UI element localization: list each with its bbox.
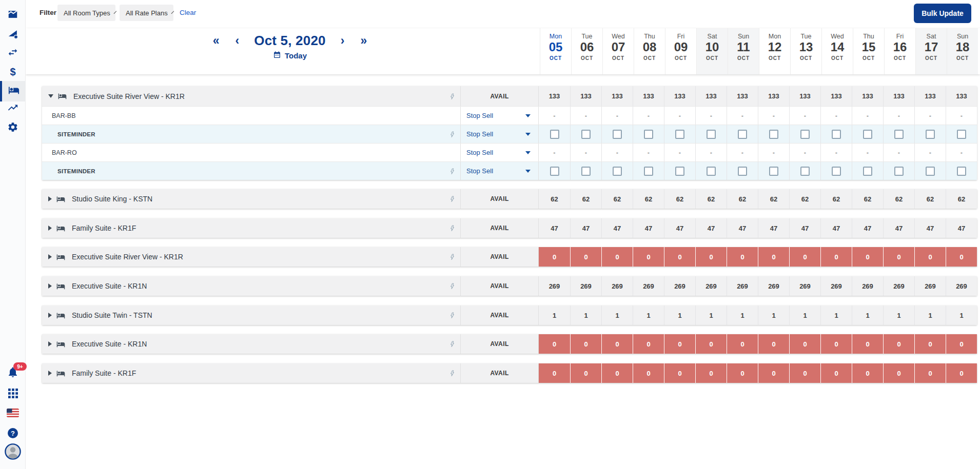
prev-day-icon[interactable]: ‹ xyxy=(234,35,241,47)
stop-sell-checkbox[interactable] xyxy=(769,130,778,139)
stop-sell-checkbox[interactable] xyxy=(926,130,935,139)
stop-sell-checkbox[interactable] xyxy=(581,167,591,176)
stop-sell-checkbox[interactable] xyxy=(707,167,716,176)
stop-sell-cell[interactable] xyxy=(820,125,852,143)
bulk-update-button[interactable]: Bulk Update xyxy=(914,4,971,23)
sidebar-item-settings-gear[interactable] xyxy=(0,119,26,137)
collapse-caret-icon[interactable] xyxy=(48,94,53,98)
stop-sell-checkbox[interactable] xyxy=(707,130,716,139)
stop-sell-cell[interactable] xyxy=(946,162,977,180)
stop-sell-checkbox[interactable] xyxy=(926,167,935,176)
stop-sell-dropdown[interactable]: Stop Sell xyxy=(460,107,539,125)
stop-sell-cell[interactable] xyxy=(883,125,914,143)
sidebar-item-apps-grid[interactable] xyxy=(0,385,26,403)
stop-sell-cell[interactable] xyxy=(727,162,758,180)
availability-cell: 47 xyxy=(570,218,601,238)
sidebar-item-bell[interactable]: 9+ xyxy=(0,364,26,382)
stop-sell-checkbox[interactable] xyxy=(832,167,841,176)
expand-caret-icon[interactable] xyxy=(48,341,52,346)
stop-sell-cell[interactable] xyxy=(758,125,789,143)
room-types-dropdown[interactable]: All Room Types xyxy=(57,5,115,21)
room-type-card: Studio Suite Twin - TSTNAVAIL11111111111… xyxy=(42,305,977,325)
stop-sell-dropdown[interactable]: Stop Sell xyxy=(460,162,539,180)
availability-cell: 62 xyxy=(914,189,946,209)
stop-sell-cell[interactable] xyxy=(946,125,977,143)
first-page-icon[interactable]: « xyxy=(212,35,221,47)
stop-sell-checkbox[interactable] xyxy=(957,130,966,139)
empty-value-dash: - xyxy=(929,149,931,156)
stop-sell-cell[interactable] xyxy=(789,125,820,143)
stop-sell-checkbox[interactable] xyxy=(894,130,904,139)
stop-sell-checkbox[interactable] xyxy=(863,130,872,139)
chevron-down-icon xyxy=(171,11,174,14)
stop-sell-cell[interactable] xyxy=(633,162,664,180)
expand-caret-icon[interactable] xyxy=(48,371,52,376)
stop-sell-checkbox[interactable] xyxy=(800,130,810,139)
stop-sell-checkbox[interactable] xyxy=(550,167,559,176)
sidebar-item-us-flag[interactable] xyxy=(0,404,26,423)
stop-sell-cell[interactable] xyxy=(570,162,601,180)
stop-sell-dropdown[interactable]: Stop Sell xyxy=(460,125,539,143)
sidebar-item-avatar[interactable] xyxy=(0,443,26,462)
last-page-icon[interactable]: » xyxy=(359,35,368,47)
stop-sell-checkbox[interactable] xyxy=(738,167,747,176)
stop-sell-checkbox[interactable] xyxy=(957,167,966,176)
expand-caret-icon[interactable] xyxy=(48,196,52,201)
sidebar-item-area-chart[interactable] xyxy=(0,6,26,25)
stop-sell-checkbox[interactable] xyxy=(613,130,622,139)
stop-sell-cell[interactable] xyxy=(820,162,852,180)
stop-sell-cell[interactable] xyxy=(852,125,883,143)
stop-sell-cell[interactable] xyxy=(852,162,883,180)
stop-sell-checkbox[interactable] xyxy=(894,167,904,176)
next-day-icon[interactable]: › xyxy=(340,35,346,47)
stop-sell-cell[interactable] xyxy=(633,125,664,143)
stop-sell-cell[interactable] xyxy=(570,125,601,143)
stop-sell-dropdown[interactable]: Stop Sell xyxy=(460,144,539,161)
rate-plans-dropdown[interactable]: All Rate Plans xyxy=(120,5,173,21)
stop-sell-cell[interactable] xyxy=(789,162,820,180)
stop-sell-checkbox[interactable] xyxy=(832,130,841,139)
today-button[interactable]: Today xyxy=(174,51,405,60)
clear-filters-link[interactable]: Clear xyxy=(180,9,196,16)
stop-sell-checkbox[interactable] xyxy=(769,167,778,176)
availability-cell: 269 xyxy=(727,276,758,296)
stop-sell-checkbox[interactable] xyxy=(581,130,591,139)
stop-sell-cell[interactable] xyxy=(664,162,695,180)
stop-sell-cell[interactable] xyxy=(601,125,633,143)
stop-sell-checkbox[interactable] xyxy=(644,167,653,176)
expand-caret-icon[interactable] xyxy=(48,226,52,231)
stop-sell-cell[interactable] xyxy=(914,162,946,180)
stop-sell-cell[interactable] xyxy=(695,162,727,180)
stop-sell-checkbox[interactable] xyxy=(738,130,747,139)
stop-sell-cell[interactable] xyxy=(601,162,633,180)
stop-sell-cell[interactable] xyxy=(727,125,758,143)
sidebar-item-swap-horizontal[interactable] xyxy=(0,44,26,63)
expand-caret-icon[interactable] xyxy=(48,254,52,259)
stop-sell-cell[interactable] xyxy=(664,125,695,143)
stop-sell-checkbox[interactable] xyxy=(644,130,653,139)
sidebar-item-help[interactable]: ? xyxy=(0,425,26,443)
empty-value-dash: - xyxy=(804,112,806,119)
stop-sell-checkbox[interactable] xyxy=(550,130,559,139)
stop-sell-cell[interactable] xyxy=(539,125,570,143)
room-type-card: Executive Suite - KR1NAVAIL0000000000000… xyxy=(42,334,977,354)
room-type-name: Executive Suite River View - KR1R xyxy=(73,92,185,100)
sidebar-item-trending-up[interactable] xyxy=(0,99,26,118)
stop-sell-label: Stop Sell xyxy=(466,112,493,119)
stop-sell-cell[interactable] xyxy=(914,125,946,143)
stop-sell-cell[interactable] xyxy=(758,162,789,180)
stop-sell-cell[interactable] xyxy=(695,125,727,143)
stop-sell-cell[interactable] xyxy=(883,162,914,180)
sidebar-item-dollar[interactable]: $ xyxy=(0,63,26,81)
stop-sell-cell[interactable] xyxy=(539,162,570,180)
stop-sell-checkbox[interactable] xyxy=(863,167,872,176)
stop-sell-checkbox[interactable] xyxy=(800,167,810,176)
availability-cell: 133 xyxy=(539,86,570,106)
expand-caret-icon[interactable] xyxy=(48,313,52,318)
sidebar-item-rooms-bed[interactable] xyxy=(0,81,26,101)
stop-sell-checkbox[interactable] xyxy=(675,167,684,176)
expand-caret-icon[interactable] xyxy=(48,283,52,289)
stop-sell-checkbox[interactable] xyxy=(613,167,622,176)
stop-sell-checkbox[interactable] xyxy=(675,130,684,139)
sidebar-item-trend-settings[interactable] xyxy=(0,26,26,44)
